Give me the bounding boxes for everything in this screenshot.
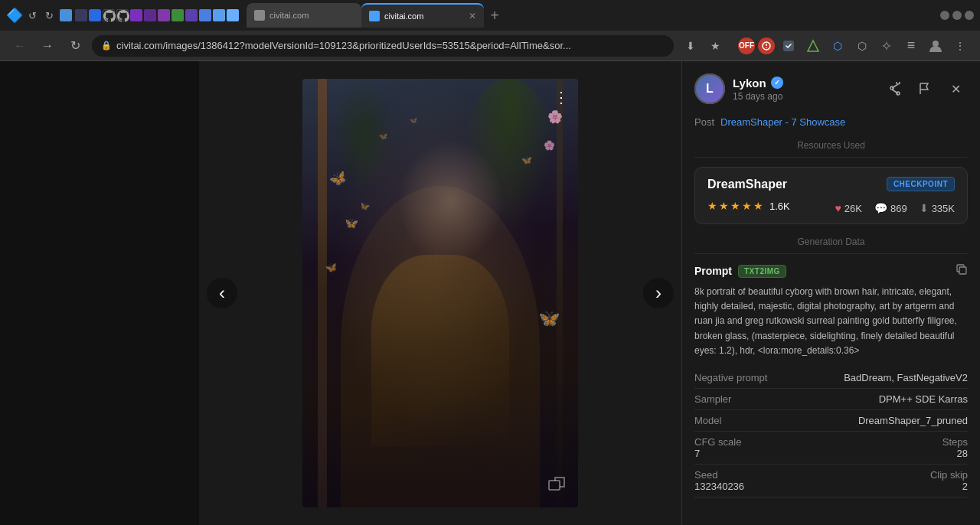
comments-stat: 💬 869 — [874, 202, 907, 214]
hamburger-menu-button[interactable]: ≡ — [900, 35, 922, 57]
heart-icon: ♥ — [835, 202, 841, 214]
svg-rect-6 — [549, 481, 560, 490]
browser-extension-icons: 🔷 ↺ ↻ — [6, 7, 239, 24]
user-details: Lykon ✓ 15 days ago — [733, 77, 783, 102]
address-field[interactable]: 🔒 civitai.com/images/1386412?modelVersio… — [92, 35, 674, 57]
post-section: Post DreamShaper - 7 Showcase — [694, 116, 968, 128]
ext-icon-4[interactable] — [75, 9, 87, 21]
ext-icon-11[interactable] — [185, 9, 198, 21]
more-options-button[interactable]: ⋮ — [949, 35, 971, 57]
toolbar-ext-4[interactable] — [802, 35, 824, 57]
ext-icon-9[interactable] — [158, 9, 170, 21]
resources-header: Resources Used — [694, 140, 968, 158]
toolbar-ext-6[interactable]: ⬡ — [851, 35, 873, 57]
toolbar-ext-5[interactable]: ⬡ — [827, 35, 848, 57]
downloads-stat: ⬇ 335K — [920, 202, 955, 214]
left-arrow-icon: ‹ — [219, 282, 225, 304]
ext-icon-10[interactable] — [172, 9, 184, 21]
ext-icon-2[interactable]: ↻ — [41, 8, 57, 23]
user-info: L Lykon ✓ 15 days ago — [694, 73, 783, 104]
ext-icon-13[interactable] — [213, 9, 225, 21]
ext-icon-7[interactable] — [130, 9, 142, 21]
star-2: ★ — [719, 200, 729, 212]
bookmark-button[interactable]: ★ — [704, 35, 726, 57]
forward-button[interactable]: → — [37, 35, 58, 57]
address-text: civitai.com/images/1386412?modelVersionI… — [116, 40, 665, 51]
ext-icon-8[interactable] — [144, 9, 156, 21]
lock-icon: 🔒 — [101, 41, 112, 51]
close-window-button[interactable] — [965, 11, 974, 20]
toolbar-ext-3[interactable] — [778, 35, 799, 57]
download-icon: ⬇ — [920, 202, 929, 214]
verified-icon: ✓ — [774, 79, 780, 86]
toolbar-ext-2[interactable] — [758, 38, 775, 54]
minimize-button[interactable] — [940, 11, 949, 20]
image-menu-button[interactable]: ⋮ — [554, 88, 569, 106]
clipskip-cell: Clip skip 2 — [831, 469, 969, 492]
browser-chrome: 🔷 ↺ ↻ civitai.com — [0, 0, 980, 61]
steps-value: 28 — [831, 448, 969, 459]
image-viewer: ‹ 🦋 🦋 🦋 🦋 🦋 🦋 — [199, 61, 681, 525]
rating-count: 1.6K — [769, 201, 790, 212]
profile-button[interactable] — [925, 35, 946, 57]
star-4: ★ — [742, 200, 752, 212]
post-link[interactable]: DreamShaper - 7 Showcase — [720, 116, 845, 128]
ext-icon-3[interactable] — [60, 9, 72, 21]
clip-skip-value: 2 — [831, 481, 969, 492]
close-panel-button[interactable]: ✕ — [943, 77, 968, 101]
window-controls — [940, 11, 974, 20]
steps-cell: Steps 28 — [831, 436, 969, 459]
checkpoint-badge: CHECKPOINT — [887, 177, 955, 191]
post-label: Post — [694, 116, 714, 128]
resource-bottom: ★ ★ ★ ★ ★ 1.6K ♥ 26K 💬 869 — [707, 197, 955, 214]
inactive-tab-label: civitai.com — [270, 11, 309, 20]
svg-point-2 — [766, 47, 767, 48]
tab-group: civitai.com civitai.com ✕ + — [247, 3, 505, 28]
negative-prompt-label: Negative prompt — [694, 372, 767, 383]
comment-icon: 💬 — [874, 202, 887, 214]
star-1: ★ — [707, 200, 717, 212]
tab-bar: 🔷 ↺ ↻ civitai.com — [0, 0, 980, 31]
gold-dress-hint — [371, 255, 509, 446]
svg-rect-7 — [959, 267, 966, 274]
ext-icon-14[interactable] — [227, 9, 239, 21]
back-button[interactable]: ← — [9, 35, 31, 57]
ext-icon-gh2[interactable] — [116, 9, 129, 21]
new-tab-button[interactable]: + — [484, 5, 505, 26]
inactive-tab[interactable]: civitai.com — [247, 3, 361, 28]
cfg-label: CFG scale — [694, 436, 831, 448]
flag-button[interactable] — [913, 77, 937, 101]
ext-icon-5[interactable] — [89, 9, 101, 21]
model-row: Model DreamShaper_7_pruned — [694, 410, 968, 432]
copy-prompt-button[interactable] — [956, 263, 968, 279]
toolbar-ext-7[interactable]: ⟡ — [876, 35, 897, 57]
prompt-label-text: Prompt — [694, 265, 732, 277]
negative-prompt-value: BadDream, FastNegativeV2 — [844, 372, 968, 383]
model-label: Model — [694, 415, 721, 426]
butterfly-5: 🦋 — [521, 155, 532, 165]
share-button[interactable] — [882, 77, 906, 101]
star-3: ★ — [730, 200, 740, 212]
resource-name[interactable]: DreamShaper — [707, 178, 787, 191]
close-icon: ✕ — [951, 82, 961, 96]
ext-icon-1[interactable]: ↺ — [24, 8, 40, 23]
refresh-button[interactable]: ↻ — [64, 35, 86, 57]
active-tab[interactable]: civitai.com ✕ — [361, 3, 484, 28]
main-artwork-image: 🦋 🦋 🦋 🦋 🦋 🦋 🦋 🦋 🌸 🌸 ⋮ — [302, 79, 578, 507]
seed-cell: Seed 132340236 — [694, 469, 831, 492]
maximize-button[interactable] — [952, 11, 962, 20]
verified-badge: ✓ — [771, 77, 783, 89]
watermark — [547, 476, 566, 495]
next-image-button[interactable]: › — [643, 278, 674, 308]
prev-image-button[interactable]: ‹ — [207, 278, 237, 308]
cfg-cell: CFG scale 7 — [694, 436, 831, 459]
svg-point-5 — [933, 41, 939, 47]
ext-icon-12[interactable] — [199, 9, 211, 21]
butterfly-7: 🦋 — [410, 117, 417, 124]
toolbar-ext-1[interactable]: OFF — [738, 38, 755, 54]
ext-icon-gh1[interactable] — [103, 9, 115, 21]
tab-close-icon[interactable]: ✕ — [469, 11, 476, 21]
flower-1: 🌸 — [547, 109, 563, 124]
prompt-label: Prompt TXT2IMG — [694, 265, 786, 278]
download-page-button[interactable]: ⬇ — [680, 35, 701, 57]
